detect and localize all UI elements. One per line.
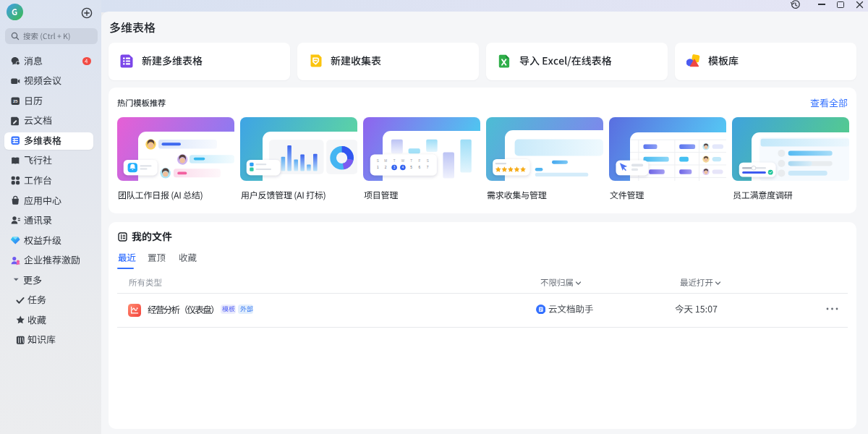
svg-text:3: 3 [393, 166, 396, 169]
svg-text:S: S [377, 159, 379, 163]
svg-text:S: S [427, 159, 429, 163]
svg-text:T: T [393, 159, 396, 163]
svg-text:1: 1 [377, 166, 379, 169]
svg-text:6: 6 [419, 166, 421, 169]
svg-text:4: 4 [402, 166, 404, 169]
svg-text:F: F [418, 159, 420, 163]
svg-text:M: M [384, 159, 387, 163]
svg-text:W: W [401, 159, 405, 163]
svg-text:25: 25 [13, 99, 18, 103]
svg-text:2: 2 [385, 166, 387, 169]
svg-text:7: 7 [427, 166, 429, 169]
svg-text:5: 5 [410, 166, 412, 169]
svg-text:T: T [410, 159, 412, 163]
